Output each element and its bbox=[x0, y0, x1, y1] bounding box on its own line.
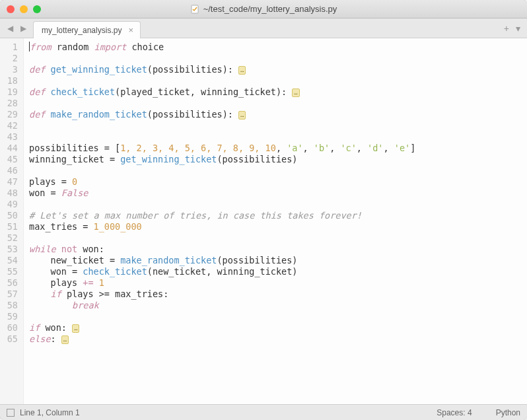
line-number: 46 bbox=[3, 165, 18, 176]
code-line: else: … bbox=[29, 333, 527, 345]
line-number: 45 bbox=[3, 154, 18, 165]
code-line bbox=[29, 165, 527, 176]
code-line: def check_ticket(played_ticket, winning_… bbox=[29, 87, 527, 98]
status-cursor-position[interactable]: Line 1, Column 1 bbox=[20, 408, 80, 417]
code-line: def make_random_ticket(possibilities): … bbox=[29, 109, 527, 120]
line-number: 58 bbox=[3, 300, 18, 311]
code-line: plays = 0 bbox=[29, 176, 527, 188]
line-number: 29 bbox=[3, 109, 18, 120]
line-number: 60 bbox=[3, 322, 18, 333]
tab-menu-icon[interactable]: ▾ bbox=[516, 23, 520, 34]
line-number: 53 bbox=[3, 244, 18, 255]
code-line bbox=[29, 199, 527, 210]
nav-back-button[interactable]: ◀ bbox=[4, 22, 16, 34]
code-area[interactable]: from random import choice def get_winnin… bbox=[24, 38, 527, 404]
code-line: won = False bbox=[29, 188, 527, 199]
line-number: 2 bbox=[3, 53, 18, 64]
line-number: 65 bbox=[3, 333, 18, 345]
line-number: 54 bbox=[3, 255, 18, 266]
nav-forward-button[interactable]: ▶ bbox=[17, 22, 29, 34]
tab-bar: ◀ ▶ my_lottery_analysis.py × + ▾ bbox=[0, 18, 527, 38]
nav-arrows: ◀ ▶ bbox=[0, 18, 33, 38]
code-line: if won: … bbox=[29, 322, 527, 333]
line-number: 56 bbox=[3, 277, 18, 289]
line-number: 52 bbox=[3, 232, 18, 244]
file-icon bbox=[190, 5, 199, 14]
code-line: if plays >= max_tries: bbox=[29, 289, 527, 300]
line-number: 48 bbox=[3, 188, 18, 199]
window-controls bbox=[7, 5, 41, 13]
fold-marker[interactable]: … bbox=[238, 111, 246, 120]
code-line bbox=[29, 311, 527, 322]
svg-rect-0 bbox=[192, 5, 198, 13]
minimize-window-button[interactable] bbox=[20, 5, 28, 13]
code-line: winning_ticket = get_winning_ticket(poss… bbox=[29, 154, 527, 165]
code-line: # Let's set a max number of tries, in ca… bbox=[29, 210, 527, 221]
status-bar: Line 1, Column 1 Spaces: 4 Python bbox=[0, 404, 527, 420]
line-number: 18 bbox=[3, 75, 18, 87]
close-window-button[interactable] bbox=[7, 5, 15, 13]
code-line bbox=[29, 232, 527, 244]
code-line bbox=[29, 75, 527, 87]
editor[interactable]: 1 2 3 18 19 28 29 42 43 44 45 46 47 48 4… bbox=[0, 38, 527, 404]
fold-marker[interactable]: … bbox=[238, 66, 246, 75]
code-line: while not won: bbox=[29, 244, 527, 255]
tab-close-icon[interactable]: × bbox=[128, 25, 133, 35]
title-bar: ~/test_code/my_lottery_analysis.py bbox=[0, 0, 527, 18]
fold-marker[interactable]: … bbox=[61, 335, 69, 344]
code-line bbox=[29, 53, 527, 64]
line-number: 43 bbox=[3, 131, 18, 143]
line-number: 57 bbox=[3, 289, 18, 300]
line-number: 50 bbox=[3, 210, 18, 221]
panel-icon[interactable] bbox=[7, 409, 15, 417]
code-line bbox=[29, 131, 527, 143]
code-line: max_tries = 1_000_000 bbox=[29, 221, 527, 232]
window-title: ~/test_code/my_lottery_analysis.py bbox=[0, 4, 527, 14]
code-line: plays += 1 bbox=[29, 277, 527, 289]
line-number: 47 bbox=[3, 176, 18, 188]
line-number: 51 bbox=[3, 221, 18, 232]
line-number-gutter: 1 2 3 18 19 28 29 42 43 44 45 46 47 48 4… bbox=[0, 38, 24, 404]
code-line bbox=[29, 98, 527, 109]
line-number: 59 bbox=[3, 311, 18, 322]
tab-bar-actions: + ▾ bbox=[497, 18, 527, 38]
tab-label: my_lottery_analysis.py bbox=[42, 26, 122, 35]
window-title-text: ~/test_code/my_lottery_analysis.py bbox=[203, 4, 337, 14]
code-line: possibilities = [1, 2, 3, 4, 5, 6, 7, 8,… bbox=[29, 143, 527, 154]
line-number: 49 bbox=[3, 199, 18, 210]
line-number: 19 bbox=[3, 87, 18, 98]
line-number: 3 bbox=[3, 64, 18, 75]
tabs: my_lottery_analysis.py × bbox=[33, 18, 497, 38]
zoom-window-button[interactable] bbox=[33, 5, 41, 13]
new-tab-icon[interactable]: + bbox=[504, 23, 509, 34]
line-number: 42 bbox=[3, 120, 18, 131]
code-line: won = check_ticket(new_ticket, winning_t… bbox=[29, 266, 527, 277]
code-line: from random import choice bbox=[29, 42, 527, 53]
code-line bbox=[29, 120, 527, 131]
status-language[interactable]: Python bbox=[496, 408, 520, 417]
tab-file[interactable]: my_lottery_analysis.py × bbox=[33, 21, 141, 38]
fold-marker[interactable]: … bbox=[292, 88, 299, 97]
code-line: def get_winning_ticket(possibilities): … bbox=[29, 64, 527, 75]
status-indentation[interactable]: Spaces: 4 bbox=[437, 408, 472, 417]
fold-marker[interactable]: … bbox=[72, 324, 79, 333]
line-number: 44 bbox=[3, 143, 18, 154]
line-number: 1 bbox=[3, 42, 18, 53]
code-line: break bbox=[29, 300, 527, 311]
line-number: 55 bbox=[3, 266, 18, 277]
line-number: 28 bbox=[3, 98, 18, 109]
code-line: new_ticket = make_random_ticket(possibil… bbox=[29, 255, 527, 266]
